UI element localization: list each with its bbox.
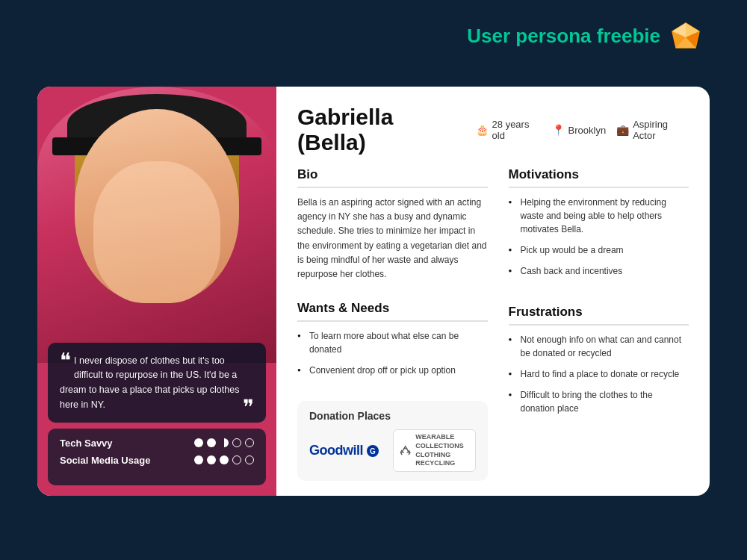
quote-text: I never dispose of clothes but it's too … — [60, 355, 239, 410]
donation-box: Donation Places Goodwill G — [297, 401, 488, 481]
dot — [207, 438, 216, 447]
dot — [245, 438, 254, 447]
svg-text:G: G — [370, 447, 376, 455]
list-item: To learn more about what else can be don… — [297, 329, 488, 356]
occupation-icon: 💼 — [616, 124, 629, 136]
persona-meta: 🎂 28 years old 📍 Brooklyn 💼 Aspiring Act… — [476, 119, 689, 141]
donation-title: Donation Places — [309, 410, 476, 422]
skill-dots-social — [194, 455, 254, 464]
list-item: Convenient drop off or pick up option — [297, 364, 488, 377]
persona-name: Gabriella (Bella) — [297, 105, 462, 155]
top-header: User persona freebie — [467, 21, 702, 51]
skill-label-tech: Tech Savvy — [60, 438, 113, 449]
wants-list: To learn more about what else can be don… — [297, 329, 488, 377]
goodwill-text: Goodwill — [309, 443, 363, 458]
dot — [194, 455, 203, 464]
meta-age: 🎂 28 years old — [476, 119, 542, 141]
page-wrapper: User persona freebie — [0, 0, 747, 560]
location-value: Brooklyn — [568, 125, 607, 136]
donation-logos: Goodwill G — [309, 429, 476, 472]
bio-divider — [297, 187, 488, 188]
persona-card: ❝ I never dispose of clothes but it's to… — [37, 87, 710, 496]
recycle-icon — [400, 443, 411, 459]
content-grid: Bio Bella is an aspiring actor signed wi… — [297, 167, 689, 481]
bio-text: Bella is an aspiring actor signed with a… — [297, 196, 488, 281]
wants-section: Wants & Needs To learn more about what e… — [297, 301, 488, 385]
dot — [220, 455, 229, 464]
age-icon: 🎂 — [476, 124, 489, 136]
location-icon: 📍 — [552, 124, 565, 136]
age-value: 28 years old — [492, 119, 542, 141]
persona-header: Gabriella (Bella) 🎂 28 years old 📍 Brook… — [297, 105, 689, 155]
frustrations-divider — [509, 324, 689, 326]
skill-dots-tech — [194, 438, 254, 447]
list-item: Helping the environment by reducing wast… — [509, 196, 689, 236]
dot — [245, 455, 254, 464]
wants-divider — [297, 320, 488, 322]
skills-section: Tech Savvy Social Media Usage — [48, 429, 266, 485]
bio-section: Bio Bella is an aspiring actor signed wi… — [297, 167, 488, 281]
occupation-value: Aspiring Actor — [633, 119, 689, 141]
meta-occupation: 💼 Aspiring Actor — [616, 119, 689, 141]
frustrations-list: Not enough info on what can and cannot b… — [509, 333, 689, 415]
motivations-list: Helping the environment by reducing wast… — [509, 196, 689, 278]
page-title: User persona freebie — [467, 25, 660, 48]
list-item: Pick up would be a dream — [509, 243, 689, 257]
wants-title: Wants & Needs — [297, 301, 488, 316]
open-quote-icon: ❝ — [60, 350, 71, 371]
sketch-icon — [669, 21, 702, 51]
close-quote-icon: ❞ — [243, 397, 254, 418]
dot — [194, 438, 203, 447]
wearable-text: wearablecollectionsclothing recycling — [415, 433, 468, 468]
profile-photo — [37, 87, 276, 363]
list-item: Hard to find a place to donate or recycl… — [509, 367, 689, 381]
list-item: Not enough info on what can and cannot b… — [509, 333, 689, 360]
dot — [232, 455, 241, 464]
dot — [232, 438, 241, 447]
list-item: Difficult to bring the clothes to the do… — [509, 388, 689, 415]
skill-label-social: Social Media Usage — [60, 455, 150, 466]
meta-location: 📍 Brooklyn — [552, 124, 607, 136]
right-column: Motivations Helping the environment by r… — [509, 167, 689, 481]
goodwill-logo-icon: G — [366, 444, 379, 458]
skill-row-tech: Tech Savvy — [60, 438, 254, 449]
wearable-collections-logo: wearablecollectionsclothing recycling — [393, 429, 476, 472]
motivations-section: Motivations Helping the environment by r… — [509, 167, 689, 285]
dot — [220, 438, 229, 447]
motivations-divider — [509, 187, 689, 188]
list-item: Cash back and incentives — [509, 264, 689, 278]
left-panel: ❝ I never dispose of clothes but it's to… — [37, 87, 276, 496]
goodwill-logo: Goodwill G — [309, 443, 379, 458]
bio-title: Bio — [297, 167, 488, 182]
skill-row-social: Social Media Usage — [60, 455, 254, 466]
left-column: Bio Bella is an aspiring actor signed wi… — [297, 167, 488, 481]
frustrations-title: Frustrations — [509, 305, 689, 320]
dot — [207, 455, 216, 464]
quote-box: ❝ I never dispose of clothes but it's to… — [48, 343, 266, 423]
motivations-title: Motivations — [509, 167, 689, 182]
right-panel: Gabriella (Bella) 🎂 28 years old 📍 Brook… — [276, 87, 710, 496]
frustrations-section: Frustrations Not enough info on what can… — [509, 305, 689, 423]
